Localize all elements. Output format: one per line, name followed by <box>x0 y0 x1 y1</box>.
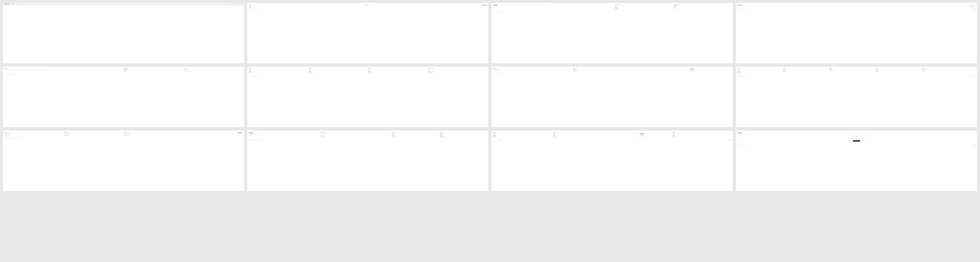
logo: android <box>690 69 694 70</box>
tk-in[interactable]: in <box>974 145 974 146</box>
events-title2: EVENTS <box>783 68 828 69</box>
li-icon2[interactable]: in <box>974 9 974 10</box>
footer-card-1: android www.droid.design Sign up © 2019 … <box>2 2 244 64</box>
col1-title2: COMPANY <box>493 132 552 133</box>
ts-in[interactable]: in <box>429 73 430 73</box>
newyork-title: NEW YORK <box>64 132 123 133</box>
li-link[interactable]: LinkedIn <box>675 8 677 8</box>
company-title3: COMPANY <box>875 68 921 69</box>
ev-tw[interactable]: tw <box>693 70 693 71</box>
a-request[interactable]: Request a Quote <box>829 70 875 71</box>
c1-request[interactable]: Request a Quote <box>249 72 307 73</box>
ev-fb[interactable]: f <box>690 70 691 71</box>
center-logo: android <box>640 133 644 134</box>
mc2-services2[interactable]: Services <box>553 137 611 138</box>
footer-card-5: About Us Lorem ipsum dolor sit amet cons… <box>2 66 244 128</box>
mc4-request[interactable]: Request a Quote <box>673 136 731 137</box>
c2-request[interactable]: Request a Quote <box>309 72 367 73</box>
ct-fb[interactable]: f <box>249 135 249 136</box>
email-address: me@company.design <box>858 139 862 139</box>
privacy-link[interactable]: Privacy Policy <box>123 71 182 72</box>
c3-request[interactable]: Request a Quote <box>368 72 427 73</box>
legal-links: Legal | Privacy | Terms | Contacts <box>969 75 976 76</box>
mc-tw2[interactable]: tw <box>730 140 731 140</box>
ts-tw[interactable]: tw <box>430 73 431 73</box>
ct-address: Ashley A. Fleming 765 ScovilleCoral Maid… <box>320 133 390 137</box>
li-icon[interactable]: in <box>674 8 674 8</box>
contact-link2[interactable]: CONTACT <box>262 139 264 140</box>
col3-title: COMPANY <box>368 68 427 69</box>
mc-fb2[interactable]: f <box>728 140 729 140</box>
sydney-title: SYDNEY <box>4 132 63 133</box>
ts-fb[interactable]: f <box>428 73 429 73</box>
quicklinks-title: Quick links: <box>615 4 672 5</box>
fb-link[interactable]: Facebook <box>675 6 677 6</box>
about-title2: ABOUT <box>829 68 875 69</box>
mc-fb[interactable]: f <box>641 135 641 135</box>
tk-fb[interactable]: f <box>972 145 973 146</box>
company-title: COMPANY <box>249 4 252 5</box>
cm-request[interactable]: REQUEST A QUOTE <box>391 136 439 137</box>
copyright: © 2019 www.design. All rights reserved. <box>493 74 502 75</box>
fb-icon2[interactable]: f <box>972 9 973 10</box>
copyright: © 2019 www.design. All rights reserved. <box>493 140 502 141</box>
facebook-icon[interactable]: f <box>239 4 240 4</box>
col2-title2: COMPANY <box>553 132 611 133</box>
signup-link[interactable]: Sign up <box>16 4 18 4</box>
fb-icon[interactable]: f <box>674 6 674 6</box>
request-quote-button[interactable]: REQUEST A QUOTE <box>853 140 860 141</box>
mc-in2[interactable]: in <box>729 140 730 140</box>
logo: android <box>482 5 487 6</box>
footer-card-9: SYDNEY Ashley A. Fleming 765 ScovilleCor… <box>2 130 244 192</box>
other-links-title: Other Links <box>123 68 182 69</box>
twitter-icon[interactable]: tw <box>241 4 242 4</box>
co-contact[interactable]: Contact Us <box>875 72 921 72</box>
s-services2[interactable]: Services <box>737 73 782 73</box>
tw-icon[interactable]: t <box>674 7 674 7</box>
ct-in[interactable]: in <box>250 135 251 136</box>
ev-in[interactable]: in <box>692 70 692 71</box>
website-link[interactable]: www.droid.design <box>10 4 14 4</box>
services-link2[interactable]: Services <box>365 6 369 6</box>
mc-tw[interactable]: tw <box>643 135 643 135</box>
footer-card-7: EVENTS Open Conference For All 2019 COMP… <box>491 66 733 128</box>
google-label: Google <box>739 134 740 134</box>
tw-link[interactable]: Twitter <box>675 7 676 7</box>
part-google: G <box>741 134 741 134</box>
company-title4: COMPANY <box>391 132 439 133</box>
privacy-policy-link[interactable]: PRIVACY POLICY <box>249 139 253 140</box>
contact-link[interactable]: Contact Us <box>249 8 252 9</box>
tk-tw[interactable]: tw <box>974 145 975 146</box>
events-title: EVENTS <box>493 68 571 69</box>
q-about2[interactable]: About <box>615 10 672 10</box>
mc-in[interactable]: in <box>641 135 642 135</box>
ot-shop[interactable]: FREE ADDING SHOP <box>440 137 487 138</box>
mc1-services2[interactable]: Services <box>493 137 552 138</box>
footer-card-3: android Lorem ipsum dolor sit amet conse… <box>491 2 733 64</box>
event-conf[interactable]: Open Conference For All 2019 <box>493 69 571 70</box>
comp-privacy[interactable]: Privacy Policy <box>573 71 651 72</box>
e-services[interactable]: Services <box>783 72 828 72</box>
contact-title: Contact us <box>184 68 242 69</box>
copyright: © 2019 www.design. All rights reserved. <box>737 145 746 146</box>
logo: android <box>4 3 9 5</box>
terms-link2[interactable]: TERMS & CONDITIONS <box>255 139 260 140</box>
about-title: About Us <box>4 68 121 69</box>
sydney-addr: Ashley A. Fleming 765 ScovilleCoral Maid… <box>4 133 63 136</box>
copyright: © 2019 www.design. All rights reserved. <box>249 75 258 76</box>
desc: Lorem ipsum dolor sit amet consectetur <box>249 134 319 134</box>
talk-title: Talk to us <box>850 137 864 137</box>
instant-quote: Set the instant Quote. <box>320 137 390 138</box>
ts-services[interactable]: Services <box>428 70 487 71</box>
footer-grid: android www.droid.design Sign up © 2019 … <box>0 0 980 194</box>
footer-card-11: COMPANY About Services Templates Contact… <box>491 130 733 192</box>
linkedin-icon[interactable]: in <box>240 4 241 4</box>
logo: android <box>249 132 253 133</box>
footer-card-10: android Lorem ipsum dolor sit amet conse… <box>247 130 489 192</box>
description-text: Lorem ipsum dolor sit amet consectetur a… <box>499 4 614 5</box>
logo: android <box>493 4 497 6</box>
tw-icon2[interactable]: tw <box>974 9 975 10</box>
card1-content: android www.droid.design Sign up © 2019 … <box>3 3 244 26</box>
mc-legal: Legal | Privacy | Terms | Contacts <box>639 136 646 137</box>
logo: android <box>737 132 742 133</box>
